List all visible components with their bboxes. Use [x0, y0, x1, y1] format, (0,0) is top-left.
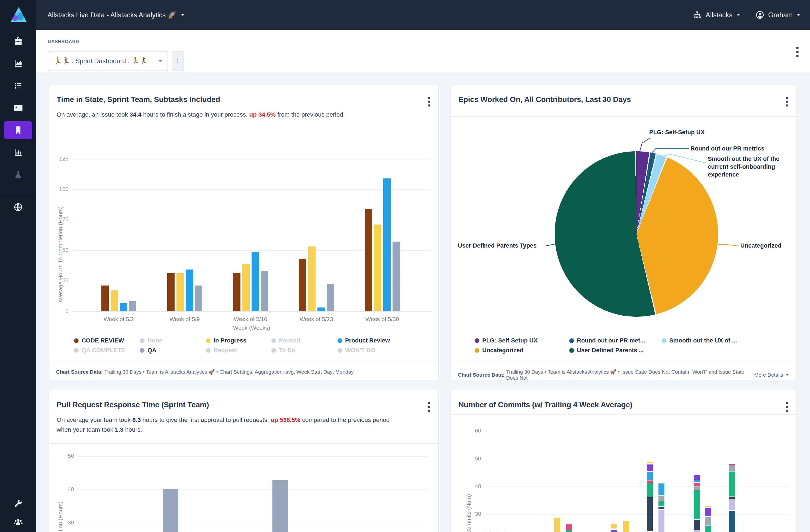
- y-tick-0: 0: [49, 307, 69, 314]
- bar-qa: [129, 301, 136, 311]
- dashboard-kebab-menu[interactable]: [795, 46, 800, 58]
- legend-label: Smooth out the UX of ...: [669, 337, 737, 344]
- legend-item[interactable]: CODE REVIEW: [74, 337, 140, 344]
- legend-label: Uncategorized: [482, 347, 523, 354]
- card-kebab-menu[interactable]: [785, 96, 789, 108]
- dashboard-label: DASHBOARD: [48, 39, 79, 45]
- chevron-down-icon: [796, 14, 800, 16]
- dashboard-selector-value: 🏃🏃‍♀️ . Sprint Dashboard . 🏃🏃‍♀️: [54, 57, 148, 65]
- briefcase-icon: [13, 36, 23, 46]
- card-description: On average your team took 8.3 hours to g…: [56, 415, 390, 435]
- chevron-down-icon: [181, 14, 184, 16]
- sidebar: [0, 0, 36, 532]
- stack-segment-pink: [729, 464, 735, 466]
- gridline-30: [78, 523, 427, 523]
- sidebar-item-list[interactable]: [4, 77, 32, 95]
- topbar-right: Allstacks Graham: [693, 10, 800, 19]
- y-axis-label: Commits (Num): [466, 494, 472, 532]
- chevron-down-icon: [736, 14, 740, 16]
- user-menu[interactable]: Graham: [755, 10, 800, 19]
- gridline-50: [486, 459, 788, 460]
- org-menu[interactable]: Allstacks: [693, 10, 740, 19]
- x-axis-label: Week (Weeks): [170, 325, 333, 331]
- pie-callout-user-defined: User Defined Parents Types: [458, 242, 537, 249]
- flask-icon: [13, 170, 23, 179]
- legend-item[interactable]: Done: [140, 337, 206, 344]
- footer-label: Chart Source Data:: [56, 369, 103, 375]
- legend-item[interactable]: WON'T DO: [338, 347, 390, 354]
- stack-segment-green: [729, 471, 735, 497]
- stack-segment-yellow: [611, 525, 617, 528]
- legend-item[interactable]: PLG: Self-Setup UX: [475, 337, 569, 344]
- legend-item[interactable]: QA COMPLETE: [74, 347, 140, 354]
- y-axis-label-fragment: tion (Hours): [57, 501, 64, 531]
- stack-segment-purple: [706, 507, 711, 516]
- bar-code-review: [101, 286, 109, 311]
- stack-segment-navy: [729, 497, 735, 499]
- logo-blob-blue: [17, 13, 24, 20]
- bar-qa: [261, 271, 268, 311]
- sidebar-item-building[interactable]: [4, 121, 32, 139]
- sidebar-item-bar-chart[interactable]: [4, 143, 32, 161]
- legend-dot-icon: [338, 338, 342, 343]
- card-footer: Chart Source Data: Trailing 30 Days • Te…: [451, 362, 796, 380]
- stack-segment-yellow: [706, 506, 711, 507]
- legend-label: CODE REVIEW: [82, 337, 124, 344]
- epics-pie-chart: [555, 151, 718, 317]
- bar-qa: [392, 242, 400, 311]
- legend-item[interactable]: Round out our PR met...: [569, 337, 662, 344]
- stack-segment-gray: [694, 486, 700, 490]
- bar-qa: [327, 284, 334, 311]
- stack-segment-pink: [566, 525, 572, 530]
- sidebar-item-flask[interactable]: [4, 166, 32, 183]
- y-tick-40: 40: [459, 483, 481, 489]
- logo-blob-purple: [12, 15, 18, 21]
- card-kebab-menu[interactable]: [427, 96, 431, 108]
- sidebar-item-users[interactable]: [4, 513, 32, 531]
- stack-segment-yellow: [554, 518, 560, 532]
- sidebar-item-area-chart[interactable]: [4, 54, 32, 72]
- title-divider: [451, 116, 796, 117]
- gridline-100: [72, 189, 431, 190]
- add-dashboard-button[interactable]: +: [172, 51, 184, 71]
- legend-item[interactable]: QA: [140, 347, 206, 354]
- app-root: Allstacks Live Data - Allstacks Analytic…: [0, 0, 810, 532]
- bar-in-progress: [177, 273, 184, 311]
- card-kebab-menu[interactable]: [785, 401, 789, 413]
- workspace-switcher[interactable]: Allstacks Live Data - Allstacks Analytic…: [47, 11, 184, 19]
- bar-product-review: [186, 270, 193, 311]
- x-tick: Week of 5/9: [151, 316, 218, 322]
- card-kebab-menu[interactable]: [427, 401, 431, 413]
- allstacks-logo-icon[interactable]: [11, 7, 27, 22]
- legend-item[interactable]: Request: [206, 347, 271, 354]
- legend-dot-icon: [271, 338, 276, 343]
- sidebar-item-briefcase[interactable]: [4, 32, 32, 50]
- globe-icon: [13, 202, 23, 212]
- legend-dot-icon: [475, 348, 479, 353]
- legend-item[interactable]: User Defined Parents ...: [569, 347, 662, 354]
- legend-label: To Do: [279, 347, 295, 354]
- legend-item[interactable]: Paused: [271, 337, 338, 344]
- list-icon: [13, 81, 23, 91]
- legend-item[interactable]: Smooth out the UX of ...: [662, 337, 737, 344]
- area-chart-icon: [13, 59, 23, 68]
- more-details-link[interactable]: More Details: [754, 372, 789, 378]
- dashboard-selector[interactable]: 🏃🏃‍♀️ . Sprint Dashboard . 🏃🏃‍♀️: [48, 51, 168, 71]
- chart-legend: CODE REVIEWDoneIn ProgressPausedProduct …: [74, 337, 390, 354]
- legend-item[interactable]: In Progress: [206, 337, 271, 344]
- sidebar-item-globe[interactable]: [4, 198, 32, 216]
- pie-callout-pr-metrics: Round out our PR metrics: [691, 145, 764, 152]
- bar-code-review: [299, 259, 306, 311]
- legend-item[interactable]: Product Review: [338, 337, 390, 344]
- stack-segment-steel: [729, 511, 735, 532]
- legend-item[interactable]: Uncategorized: [475, 347, 569, 354]
- card-title: Time in State, Sprint Team, Subtasks Inc…: [56, 95, 220, 104]
- sidebar-item-wrench[interactable]: [4, 495, 32, 513]
- legend-label: Paused: [279, 337, 300, 344]
- chart-legend: PLG: Self-Setup UXRound out our PR met..…: [475, 337, 737, 354]
- legend-item[interactable]: To Do: [271, 347, 338, 354]
- sidebar-item-contact-card[interactable]: [4, 99, 32, 117]
- x-tick: Week of 5/16: [217, 316, 284, 322]
- title-divider: [451, 414, 796, 415]
- gridline-30: [486, 514, 788, 515]
